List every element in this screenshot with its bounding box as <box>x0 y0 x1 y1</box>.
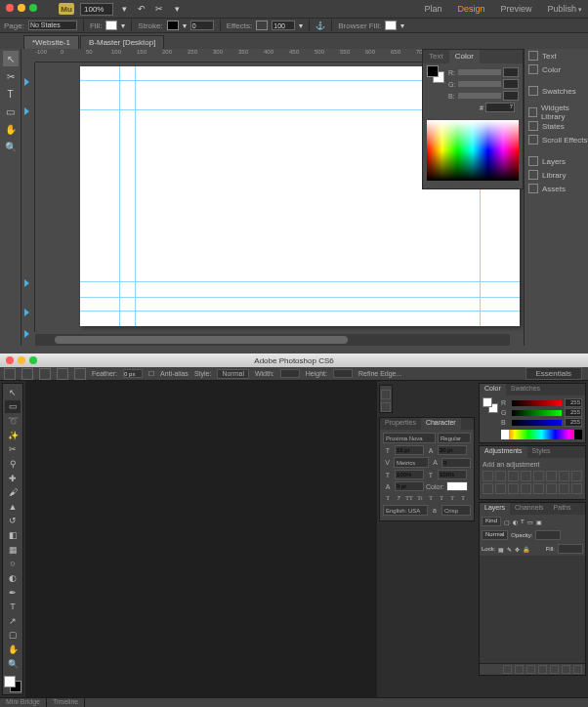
panel-assets[interactable]: Assets <box>525 182 588 195</box>
tab-styles[interactable]: Styles <box>527 446 556 458</box>
g-slider[interactable] <box>458 81 501 87</box>
shape-tool[interactable]: ▢ <box>5 629 21 643</box>
tab-properties[interactable]: Properties <box>380 418 421 430</box>
mini-bridge-tab[interactable]: Mini Bridge <box>0 698 47 707</box>
tab-layers[interactable]: Layers <box>480 503 510 515</box>
size-field[interactable] <box>395 445 424 455</box>
margin-marker[interactable] <box>21 330 31 338</box>
margin-marker[interactable] <box>21 309 31 316</box>
ps-canvas[interactable] <box>25 381 377 697</box>
guide[interactable] <box>80 311 520 312</box>
vibrance-icon[interactable] <box>533 471 544 481</box>
bw-icon[interactable] <box>571 471 582 481</box>
move-tool[interactable]: ↖ <box>5 386 21 399</box>
close-icon[interactable] <box>6 356 14 364</box>
color-fgbg[interactable] <box>4 676 21 693</box>
mixer-icon[interactable] <box>495 483 506 494</box>
zoom-field[interactable] <box>80 3 113 16</box>
maximize-icon[interactable] <box>29 4 37 12</box>
stroke-width-field[interactable] <box>190 21 214 30</box>
history-icon[interactable] <box>381 390 391 399</box>
tab-channels[interactable]: Channels <box>510 503 549 515</box>
mask-icon[interactable] <box>526 665 535 674</box>
new-layer-icon[interactable] <box>562 665 570 674</box>
r-value[interactable]: 255 <box>565 398 582 407</box>
zoom-tool[interactable]: 🔍 <box>3 139 19 154</box>
gradient-tool[interactable]: ▦ <box>5 543 21 557</box>
maximize-icon[interactable] <box>29 356 37 364</box>
scrollbar-horizontal[interactable] <box>35 334 510 346</box>
history-brush-tool[interactable]: ↺ <box>5 515 21 528</box>
lock-pos-icon[interactable]: ✥ <box>515 546 520 553</box>
blend-mode-dropdown[interactable]: Normal <box>482 530 508 540</box>
panel-scroll-effects[interactable]: Scroll Effects <box>525 133 588 146</box>
mode-plan[interactable]: Plan <box>424 4 441 14</box>
selcolor-icon[interactable] <box>571 483 582 494</box>
margin-marker[interactable] <box>21 279 31 287</box>
hscale-field[interactable] <box>438 470 467 479</box>
page-state-dropdown[interactable]: No States <box>28 21 77 30</box>
antialias-checkbox[interactable]: ☐ <box>148 370 154 378</box>
brightness-icon[interactable] <box>483 471 493 481</box>
fill-field[interactable] <box>558 544 583 554</box>
font-dropdown[interactable]: Proxima Nova <box>383 433 436 443</box>
hand-tool[interactable]: ✋ <box>3 121 19 137</box>
g-value[interactable] <box>503 79 519 89</box>
eyedropper-tool[interactable]: ⚲ <box>5 457 21 471</box>
color-spectrum[interactable] <box>427 120 519 181</box>
gradmap-icon[interactable] <box>559 483 569 494</box>
feather-field[interactable] <box>123 369 143 378</box>
chevron-down-icon[interactable]: ▾ <box>170 2 184 16</box>
hue-icon[interactable] <box>546 471 557 481</box>
tab-adjustments[interactable]: Adjustments <box>480 446 527 458</box>
layers-list[interactable] <box>480 556 585 663</box>
crop-tool[interactable]: ✂ <box>5 443 21 457</box>
r-slider[interactable] <box>512 400 562 406</box>
timeline-tab[interactable]: Timeline <box>47 698 85 707</box>
anchor-icon[interactable]: ⚓ <box>315 21 325 30</box>
tab-paths[interactable]: Paths <box>549 503 576 515</box>
tracking-field[interactable] <box>441 458 471 468</box>
panel-layers[interactable]: Layers <box>525 154 588 168</box>
dodge-tool[interactable]: ◐ <box>5 571 21 585</box>
scrollbar-thumb[interactable] <box>55 336 348 344</box>
r-value[interactable] <box>503 67 519 77</box>
guide[interactable] <box>119 66 120 326</box>
canvas-area[interactable]: -100050100150200250300350400450500550600… <box>21 49 524 346</box>
tab-color[interactable]: Color <box>449 50 480 63</box>
chevron-down-icon[interactable]: ▾ <box>121 21 125 30</box>
filter-shape-icon[interactable]: ▭ <box>527 519 533 525</box>
hand-tool[interactable]: ✋ <box>5 643 21 656</box>
aa-dropdown[interactable]: Crisp <box>441 505 471 516</box>
tab-master[interactable]: B-Master [Desktop] <box>80 35 164 49</box>
b-slider[interactable] <box>512 420 562 426</box>
mode-publish[interactable]: Publish <box>547 4 582 14</box>
filter-kind-dropdown[interactable]: Kind <box>482 517 501 526</box>
selection-tool[interactable]: ↖ <box>3 51 19 66</box>
filter-adj-icon[interactable]: ◐ <box>513 519 518 525</box>
g-slider[interactable] <box>512 410 562 416</box>
blur-tool[interactable]: ○ <box>5 558 21 571</box>
leading-field[interactable] <box>438 445 467 455</box>
allcaps-button[interactable]: TT <box>404 493 414 503</box>
sub-button[interactable]: T <box>437 493 446 503</box>
height-field[interactable] <box>333 369 353 378</box>
italic-button[interactable]: T <box>394 493 403 503</box>
stroke-swatch[interactable] <box>167 21 179 30</box>
text-tool[interactable]: T <box>3 86 19 102</box>
marquee-icon[interactable] <box>4 368 16 380</box>
browser-fill-swatch[interactable] <box>385 21 397 30</box>
cut-icon[interactable]: ✂ <box>152 2 166 16</box>
r-slider[interactable] <box>458 69 501 75</box>
exposure-icon[interactable] <box>521 471 531 481</box>
invert-icon[interactable] <box>521 483 531 494</box>
color-fgbg[interactable] <box>483 397 498 413</box>
poster-icon[interactable] <box>533 483 544 494</box>
heal-tool[interactable]: ✚ <box>5 472 21 485</box>
panel-text[interactable]: Text <box>525 49 588 62</box>
width-field[interactable] <box>280 369 300 378</box>
b-slider[interactable] <box>458 93 501 99</box>
super-button[interactable]: T <box>426 493 436 503</box>
b-value[interactable] <box>503 91 519 101</box>
minimize-icon[interactable] <box>18 4 25 12</box>
